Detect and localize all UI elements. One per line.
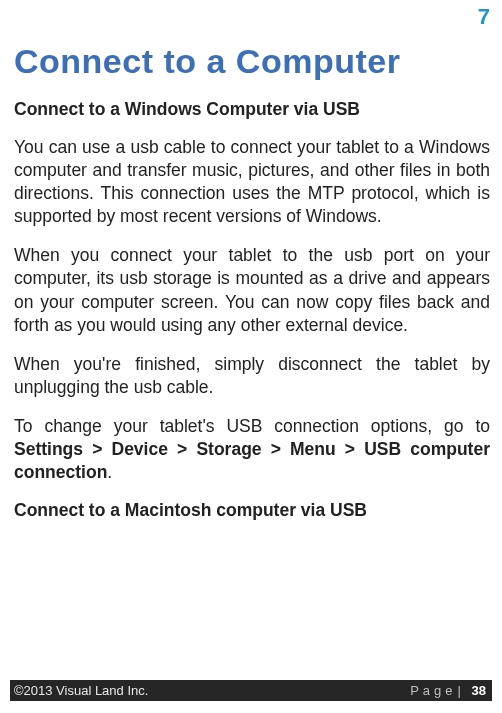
settings-path-bold: Settings > Device > Storage > Menu > USB… [14, 439, 490, 482]
footer-page-number: 38 [472, 683, 486, 698]
paragraph: You can use a usb cable to connect your … [14, 136, 490, 228]
paragraph-settings-path: To change your tablet's USB connection o… [14, 415, 490, 484]
text-run: . [107, 462, 112, 482]
paragraph: When you're finished, simply disconnect … [14, 353, 490, 399]
text-run: To change your tablet's USB connection o… [14, 416, 490, 436]
footer-page-indicator: Page| 38 [410, 683, 486, 698]
chapter-number: 7 [478, 4, 490, 30]
section-heading-windows: Connect to a Windows Computer via USB [14, 99, 490, 120]
page-title: Connect to a Computer [14, 42, 490, 81]
page-footer: ©2013 Visual Land Inc. Page| 38 [10, 680, 492, 701]
page: 7 Connect to a Computer Connect to a Win… [0, 0, 502, 713]
footer-separator: | [458, 683, 461, 698]
section-heading-mac: Connect to a Macintosh computer via USB [14, 500, 490, 521]
footer-copyright: ©2013 Visual Land Inc. [14, 683, 148, 698]
paragraph: When you connect your tablet to the usb … [14, 244, 490, 336]
footer-page-label: Page [410, 683, 456, 698]
